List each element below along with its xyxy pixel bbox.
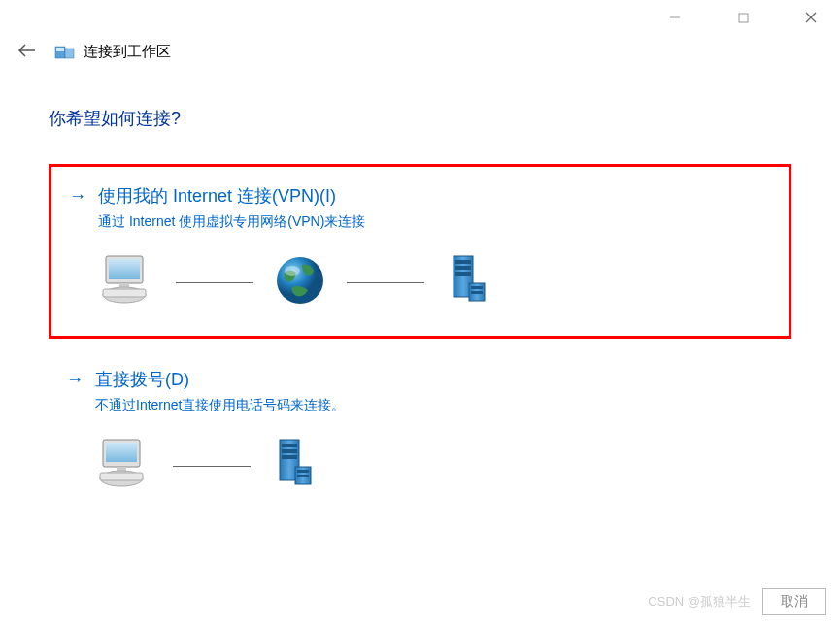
svg-rect-31 — [297, 470, 309, 473]
option-dial-desc: 不通过Internet直接使用电话号码来连接。 — [95, 397, 774, 414]
svg-rect-5 — [65, 49, 74, 58]
titlebar — [0, 0, 840, 35]
minimize-button[interactable] — [655, 3, 694, 32]
footer: CSDN @孤狼半生 取消 — [648, 588, 826, 615]
svg-rect-20 — [471, 291, 483, 294]
content-area: 你希望如何连接? → 使用我的 Internet 连接(VPN)(I) 通过 I… — [0, 63, 840, 519]
watermark: CSDN @孤狼半生 — [648, 593, 751, 610]
svg-rect-19 — [471, 286, 483, 289]
option-vpn-title: 使用我的 Internet 连接(VPN)(I) — [98, 184, 336, 208]
header: 连接到工作区 — [0, 35, 840, 63]
server-icon — [444, 252, 492, 312]
svg-rect-16 — [455, 266, 471, 270]
svg-rect-29 — [282, 455, 297, 459]
connector-line — [176, 282, 253, 283]
wizard-title: 连接到工作区 — [84, 43, 171, 61]
cancel-button[interactable]: 取消 — [762, 588, 826, 615]
svg-rect-22 — [106, 443, 137, 462]
arrow-right-icon: → — [66, 370, 84, 390]
svg-rect-25 — [100, 473, 143, 480]
option-dial[interactable]: → 直接拨号(D) 不通过Internet直接使用电话号码来连接。 — [49, 350, 791, 519]
svg-rect-1 — [739, 14, 748, 22]
svg-point-13 — [285, 266, 300, 276]
connector-line — [347, 282, 424, 283]
option-vpn-desc: 通过 Internet 使用虚拟专用网络(VPN)来连接 — [98, 214, 771, 231]
svg-rect-6 — [56, 48, 64, 51]
option-dial-title: 直接拨号(D) — [95, 368, 189, 391]
page-heading: 你希望如何连接? — [49, 107, 791, 130]
svg-rect-15 — [455, 260, 471, 264]
svg-rect-17 — [455, 272, 471, 276]
globe-icon — [273, 253, 327, 312]
svg-rect-27 — [282, 444, 297, 447]
svg-rect-11 — [103, 289, 146, 297]
computer-icon — [98, 252, 156, 312]
connector-line — [173, 466, 251, 467]
close-button[interactable] — [791, 3, 830, 32]
vpn-illustration — [98, 252, 771, 312]
wizard-icon — [54, 43, 76, 62]
svg-rect-8 — [109, 259, 140, 279]
dial-illustration — [95, 436, 774, 496]
back-arrow-icon[interactable] — [17, 41, 37, 63]
option-vpn[interactable]: → 使用我的 Internet 连接(VPN)(I) 通过 Internet 使… — [49, 164, 791, 339]
svg-rect-28 — [282, 449, 297, 453]
svg-rect-32 — [297, 475, 309, 477]
svg-point-12 — [277, 257, 323, 304]
server-icon — [270, 436, 319, 496]
computer-icon — [95, 436, 153, 496]
arrow-right-icon: → — [69, 186, 86, 207]
maximize-button[interactable] — [723, 3, 762, 32]
